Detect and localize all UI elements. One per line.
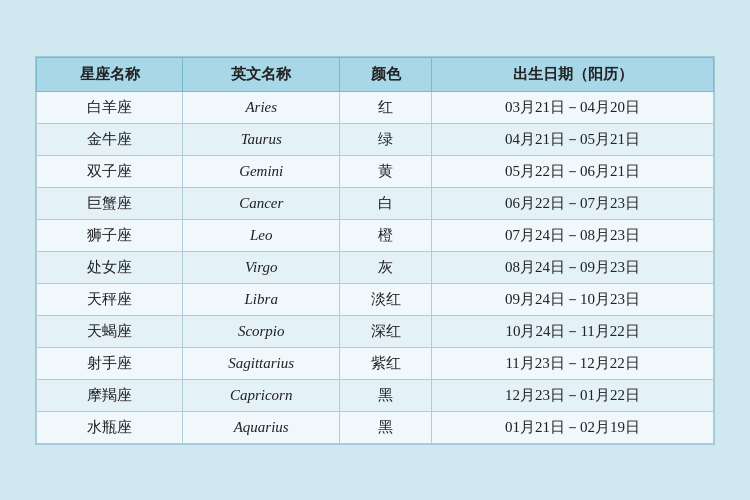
- cell-chinese: 天秤座: [37, 283, 183, 315]
- cell-english: Sagittarius: [183, 347, 340, 379]
- cell-english: Cancer: [183, 187, 340, 219]
- header-chinese-name: 星座名称: [37, 57, 183, 91]
- cell-chinese: 金牛座: [37, 123, 183, 155]
- cell-dates: 10月24日－11月22日: [432, 315, 714, 347]
- cell-dates: 12月23日－01月22日: [432, 379, 714, 411]
- cell-english: Leo: [183, 219, 340, 251]
- cell-chinese: 射手座: [37, 347, 183, 379]
- table-row: 巨蟹座Cancer白06月22日－07月23日: [37, 187, 714, 219]
- table-header-row: 星座名称 英文名称 颜色 出生日期（阳历）: [37, 57, 714, 91]
- cell-english: Virgo: [183, 251, 340, 283]
- cell-dates: 04月21日－05月21日: [432, 123, 714, 155]
- cell-english: Scorpio: [183, 315, 340, 347]
- header-dates: 出生日期（阳历）: [432, 57, 714, 91]
- cell-chinese: 水瓶座: [37, 411, 183, 443]
- table-row: 白羊座Aries红03月21日－04月20日: [37, 91, 714, 123]
- cell-dates: 11月23日－12月22日: [432, 347, 714, 379]
- cell-color: 紫红: [340, 347, 432, 379]
- table-row: 金牛座Taurus绿04月21日－05月21日: [37, 123, 714, 155]
- cell-dates: 08月24日－09月23日: [432, 251, 714, 283]
- cell-color: 白: [340, 187, 432, 219]
- cell-color: 灰: [340, 251, 432, 283]
- cell-chinese: 处女座: [37, 251, 183, 283]
- table-row: 天秤座Libra淡红09月24日－10月23日: [37, 283, 714, 315]
- zodiac-table: 星座名称 英文名称 颜色 出生日期（阳历） 白羊座Aries红03月21日－04…: [36, 57, 714, 444]
- cell-english: Aries: [183, 91, 340, 123]
- cell-color: 黑: [340, 379, 432, 411]
- table-row: 摩羯座Capricorn黑12月23日－01月22日: [37, 379, 714, 411]
- cell-color: 深红: [340, 315, 432, 347]
- header-color: 颜色: [340, 57, 432, 91]
- header-english-name: 英文名称: [183, 57, 340, 91]
- cell-english: Libra: [183, 283, 340, 315]
- table-row: 水瓶座Aquarius黑01月21日－02月19日: [37, 411, 714, 443]
- zodiac-table-container: 星座名称 英文名称 颜色 出生日期（阳历） 白羊座Aries红03月21日－04…: [35, 56, 715, 445]
- cell-chinese: 白羊座: [37, 91, 183, 123]
- cell-dates: 01月21日－02月19日: [432, 411, 714, 443]
- cell-color: 淡红: [340, 283, 432, 315]
- cell-english: Taurus: [183, 123, 340, 155]
- table-row: 处女座Virgo灰08月24日－09月23日: [37, 251, 714, 283]
- table-row: 双子座Gemini黄05月22日－06月21日: [37, 155, 714, 187]
- table-body: 白羊座Aries红03月21日－04月20日金牛座Taurus绿04月21日－0…: [37, 91, 714, 443]
- table-row: 射手座Sagittarius紫红11月23日－12月22日: [37, 347, 714, 379]
- cell-dates: 05月22日－06月21日: [432, 155, 714, 187]
- cell-english: Gemini: [183, 155, 340, 187]
- cell-chinese: 双子座: [37, 155, 183, 187]
- cell-chinese: 天蝎座: [37, 315, 183, 347]
- cell-chinese: 摩羯座: [37, 379, 183, 411]
- cell-dates: 09月24日－10月23日: [432, 283, 714, 315]
- cell-color: 黑: [340, 411, 432, 443]
- cell-dates: 07月24日－08月23日: [432, 219, 714, 251]
- cell-color: 绿: [340, 123, 432, 155]
- table-row: 狮子座Leo橙07月24日－08月23日: [37, 219, 714, 251]
- cell-english: Aquarius: [183, 411, 340, 443]
- cell-chinese: 狮子座: [37, 219, 183, 251]
- table-row: 天蝎座Scorpio深红10月24日－11月22日: [37, 315, 714, 347]
- cell-color: 红: [340, 91, 432, 123]
- cell-english: Capricorn: [183, 379, 340, 411]
- cell-color: 黄: [340, 155, 432, 187]
- cell-dates: 06月22日－07月23日: [432, 187, 714, 219]
- cell-dates: 03月21日－04月20日: [432, 91, 714, 123]
- cell-color: 橙: [340, 219, 432, 251]
- cell-chinese: 巨蟹座: [37, 187, 183, 219]
